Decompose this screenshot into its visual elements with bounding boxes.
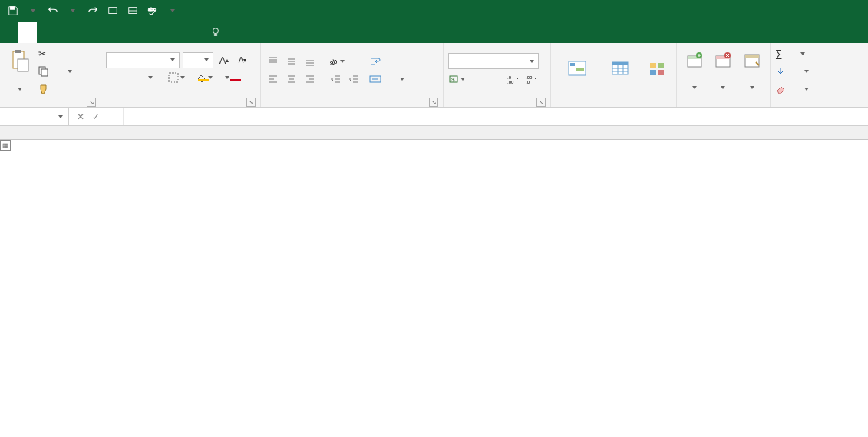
group-cells xyxy=(677,43,771,107)
group-number: $ .0.00 .00.0 ↘ xyxy=(444,43,551,107)
title-bar: abc xyxy=(0,0,868,22)
svg-rect-6 xyxy=(15,50,21,53)
autosum-button[interactable]: ∑ xyxy=(775,45,863,61)
tab-data[interactable] xyxy=(111,22,129,43)
clear-button[interactable] xyxy=(775,81,863,97)
autofill-options-icon[interactable] xyxy=(0,140,11,151)
font-launcher[interactable]: ↘ xyxy=(246,98,256,107)
svg-text:abc: abc xyxy=(148,6,156,12)
spreadsheet-grid[interactable] xyxy=(0,126,868,437)
font-size-select[interactable] xyxy=(183,52,213,68)
svg-rect-27 xyxy=(658,70,664,75)
wrap-icon xyxy=(369,56,381,67)
formula-input[interactable] xyxy=(124,108,868,125)
qat-dropdown-1[interactable] xyxy=(25,2,41,19)
insert-cells-button[interactable] xyxy=(682,45,707,94)
group-alignment: ab ↘ xyxy=(261,43,444,107)
font-color-swatch xyxy=(230,79,241,81)
number-launcher[interactable]: ↘ xyxy=(536,98,546,107)
merge-center-button[interactable] xyxy=(369,71,406,87)
qat-customize-dropdown[interactable] xyxy=(164,2,181,19)
tab-file[interactable] xyxy=(0,22,18,43)
fx-button[interactable] xyxy=(104,110,118,124)
svg-rect-0 xyxy=(11,7,15,10)
font-name-select[interactable] xyxy=(106,52,180,68)
copy-button[interactable] xyxy=(38,63,74,79)
tab-newtab[interactable] xyxy=(37,22,55,43)
align-center-button[interactable] xyxy=(284,71,299,87)
group-clipboard: ✂ ↘ xyxy=(0,43,101,107)
group-editing: ∑ xyxy=(771,43,868,107)
decrease-indent-button[interactable] xyxy=(328,71,343,87)
number-format-select[interactable] xyxy=(448,53,539,69)
fill-down-icon xyxy=(775,66,786,77)
sigma-icon: ∑ xyxy=(775,48,782,59)
format-as-table-button[interactable] xyxy=(602,45,639,94)
tab-formulas[interactable] xyxy=(92,22,111,43)
redo-icon[interactable] xyxy=(84,2,101,19)
svg-rect-7 xyxy=(18,59,28,71)
cell-styles-button[interactable] xyxy=(642,45,672,94)
spellcheck-icon[interactable]: abc xyxy=(144,2,161,19)
qat-icon-4[interactable] xyxy=(104,2,121,19)
clipboard-launcher[interactable]: ↘ xyxy=(87,98,96,107)
orientation-button[interactable]: ab xyxy=(328,54,345,69)
align-right-button[interactable] xyxy=(302,71,318,87)
comma-format-button[interactable] xyxy=(487,71,503,87)
svg-rect-24 xyxy=(650,63,656,68)
merge-icon xyxy=(369,74,381,84)
svg-text:.0: .0 xyxy=(526,80,530,84)
ribbon-tabs xyxy=(0,22,868,43)
format-painter-button[interactable] xyxy=(38,81,74,97)
format-cells-button[interactable] xyxy=(738,45,765,94)
tab-home[interactable] xyxy=(18,22,37,43)
fill-color-swatch xyxy=(198,79,209,81)
alignment-launcher[interactable]: ↘ xyxy=(429,98,438,107)
accounting-format-button[interactable]: $ xyxy=(448,71,466,87)
decrease-decimal-button[interactable]: .00.0 xyxy=(524,71,540,87)
svg-rect-26 xyxy=(650,70,656,75)
tab-pagelayout[interactable] xyxy=(74,22,92,43)
tab-wpspdf[interactable] xyxy=(184,22,203,43)
qat-icon-5[interactable] xyxy=(124,2,141,19)
align-bottom-button[interactable] xyxy=(302,54,318,69)
wrap-text-button[interactable] xyxy=(369,53,406,69)
increase-decimal-button[interactable]: .0.00 xyxy=(506,71,521,87)
name-box[interactable] xyxy=(0,108,69,125)
fill-button[interactable] xyxy=(775,63,863,79)
svg-text:$: $ xyxy=(451,76,455,83)
svg-rect-23 xyxy=(612,62,628,65)
conditional-formatting-button[interactable] xyxy=(556,45,599,94)
tab-help[interactable] xyxy=(166,22,184,43)
scissors-icon: ✂ xyxy=(38,48,46,59)
tab-insert[interactable] xyxy=(55,22,74,43)
align-top-button[interactable] xyxy=(266,54,281,69)
decrease-font-button[interactable]: A▾ xyxy=(235,52,250,68)
ribbon: ✂ ↘ A▴ A▾ xyxy=(0,43,868,108)
align-middle-button[interactable] xyxy=(284,54,299,69)
undo-icon[interactable] xyxy=(45,2,61,19)
tab-view[interactable] xyxy=(147,22,166,43)
paste-button[interactable] xyxy=(5,45,35,97)
svg-rect-9 xyxy=(41,69,48,76)
svg-rect-21 xyxy=(576,68,584,71)
svg-rect-35 xyxy=(745,55,759,58)
delete-cells-button[interactable] xyxy=(710,45,735,94)
increase-font-button[interactable]: A▴ xyxy=(216,52,232,68)
percent-format-button[interactable] xyxy=(469,71,484,87)
svg-text:ab: ab xyxy=(328,57,338,66)
increase-indent-button[interactable] xyxy=(346,71,361,87)
group-styles xyxy=(551,43,677,107)
group-font: A▴ A▾ ↘ xyxy=(101,43,261,107)
tell-me-search[interactable] xyxy=(210,22,226,43)
svg-text:.00: .00 xyxy=(507,80,514,84)
undo-dropdown[interactable] xyxy=(64,2,81,19)
cancel-formula-button[interactable]: ✕ xyxy=(74,110,87,124)
save-icon[interactable] xyxy=(5,2,21,19)
align-left-button[interactable] xyxy=(266,71,281,87)
copy-icon xyxy=(38,66,49,77)
tab-review[interactable] xyxy=(129,22,147,43)
svg-point-4 xyxy=(213,28,219,34)
cut-button[interactable]: ✂ xyxy=(38,45,74,61)
enter-formula-button[interactable]: ✓ xyxy=(89,110,103,124)
